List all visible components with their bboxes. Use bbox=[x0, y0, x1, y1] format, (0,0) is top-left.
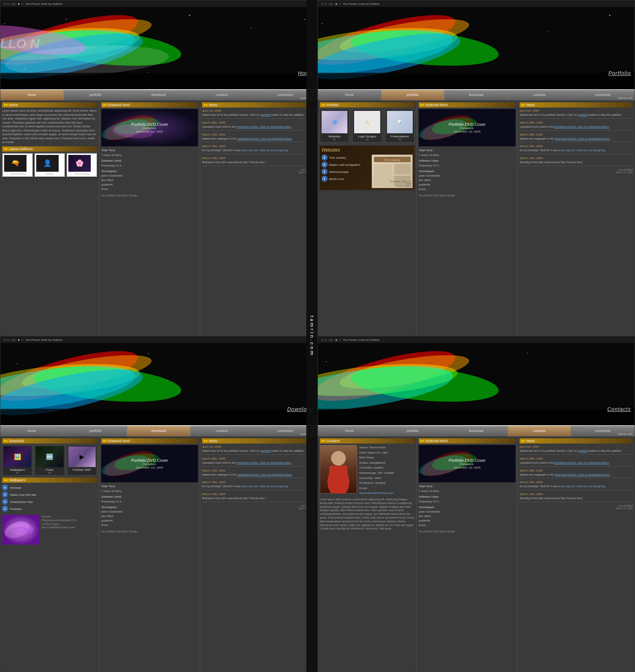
nav-portfolio-1[interactable]: portfolio bbox=[64, 89, 127, 100]
page-title-contacts: Contacts bbox=[607, 406, 631, 412]
thumb-img-3: 🌸 bbox=[68, 155, 91, 172]
sensual-preview[interactable] bbox=[2, 515, 40, 545]
section-home: Home bbox=[2, 102, 97, 108]
header-art-3: Download bbox=[0, 343, 317, 425]
website-item-4[interactable]: ● tamrin.com bbox=[322, 176, 369, 182]
portfolio-cat-pres[interactable]: 📊 Presentations 03 bbox=[385, 109, 415, 143]
news-item-1: April 1st, 2006 Added new art in the por… bbox=[202, 109, 315, 119]
nav-download-4[interactable]: download bbox=[444, 425, 508, 436]
contact-email[interactable]: tamrinkhan@hotmail.com bbox=[359, 491, 415, 496]
nav-home-1[interactable]: home bbox=[0, 89, 64, 100]
music-pause-2[interactable]: □ bbox=[339, 2, 341, 6]
header-art-2: Portfolio bbox=[318, 7, 635, 89]
portfolio-cat-logo[interactable]: 🏷️ Logo Designs 02 bbox=[352, 109, 382, 143]
news-p-link-1[interactable]: portfolio bbox=[578, 113, 588, 116]
music-stop-3[interactable]: ■ bbox=[18, 338, 20, 342]
portfolio-cat-websites[interactable]: 🌐 Websites 01 bbox=[320, 109, 349, 143]
panel-contacts: ◁ ▷ ▷▷ ■ □ The Flower Duet by Delibes Co… bbox=[318, 336, 635, 672]
nav-portfolio-2[interactable]: portfolio bbox=[381, 89, 445, 100]
music-stop-icon[interactable]: ■ bbox=[18, 2, 20, 6]
news-link-1[interactable]: portfolio bbox=[260, 113, 270, 116]
nav-bar-4: home portfolio download contacts comment… bbox=[318, 425, 635, 436]
music-play-3[interactable]: ▷ bbox=[7, 338, 10, 342]
techniques-portfolio: Total Time: 7 Hours 23 Mins Software Use… bbox=[419, 148, 515, 198]
dl-thumb-wallpapers[interactable]: 🖼️ Wallpapers 02 bbox=[2, 445, 32, 476]
music-title-2: The Flower Duet by Delibes bbox=[343, 2, 380, 6]
main-content-home: Home Lorem ipsum dolor sit amet, consect… bbox=[0, 100, 317, 336]
news-last-updated-1: Last updated April 1st, 2006 bbox=[202, 168, 315, 174]
news-c-link-1[interactable]: portfolio bbox=[578, 449, 588, 452]
website-bullet-4: ● bbox=[322, 176, 328, 182]
website-bullet-3: ● bbox=[322, 169, 328, 175]
news-d-link-1[interactable]: portfolio bbox=[260, 449, 270, 452]
nav-contacts-1[interactable]: contacts bbox=[190, 89, 254, 100]
wallpaper-item-2[interactable]: ● Make Love Not War bbox=[2, 492, 97, 498]
news-p-link-3[interactable]: download section. Click on download butt… bbox=[555, 137, 610, 140]
dvd-cover-contacts: Portfolio DVD Cover Published: November … bbox=[419, 445, 515, 482]
website-preview[interactable]: Tree Jewelry Photoshop, Flash 7.0,& html… bbox=[372, 155, 413, 188]
nav-portfolio-3[interactable]: portfolio bbox=[64, 425, 127, 436]
nav-home-2[interactable]: home bbox=[318, 89, 381, 100]
dl-thumb-fonts[interactable]: 🔤 Fonts 06 bbox=[34, 445, 65, 476]
nav-download-2[interactable]: download bbox=[444, 89, 508, 100]
news-c-link-3[interactable]: download section. Click on download butt… bbox=[555, 473, 610, 476]
nav-contacts-2[interactable]: contacts bbox=[508, 89, 572, 100]
cat-num-2: 02 bbox=[354, 138, 380, 141]
dl-thumb-swf[interactable]: ▶ Portfolio SWF bbox=[67, 445, 97, 476]
music-play-2[interactable]: ▷ bbox=[325, 2, 327, 6]
nav-download-3[interactable]: download bbox=[127, 425, 190, 436]
music-prev-3[interactable]: ◁ bbox=[3, 338, 6, 342]
music-next-3[interactable]: ▷▷ bbox=[12, 338, 16, 342]
music-prev-icon[interactable]: ◁ bbox=[3, 2, 6, 6]
music-next-4[interactable]: ▷▷ bbox=[329, 338, 334, 342]
wallpaper-item-1[interactable]: ● Sensual bbox=[2, 485, 97, 491]
section-featured-home: Featured Work bbox=[101, 102, 198, 108]
news-d-link-3[interactable]: download section. Click on download butt… bbox=[237, 473, 292, 476]
news-link-2[interactable]: download section. Click on download butt… bbox=[236, 125, 292, 128]
wallpaper-item-4[interactable]: ● Freedom bbox=[2, 506, 97, 512]
music-next-icon[interactable]: ▷▷ bbox=[12, 2, 16, 6]
news-c-2: March 28th, 2006 Uploaded more fonts in … bbox=[520, 457, 633, 467]
music-stop-4[interactable]: ■ bbox=[335, 338, 337, 342]
news-p-link-2[interactable]: download section. Click on download butt… bbox=[554, 125, 609, 128]
nav-contacts-4[interactable]: contacts bbox=[508, 425, 572, 436]
music-pause-icon[interactable]: □ bbox=[22, 2, 24, 6]
news-c-link-2[interactable]: download section. Click on download butt… bbox=[554, 461, 609, 464]
websites-header: Websites bbox=[322, 147, 413, 153]
music-pause-3[interactable]: □ bbox=[22, 338, 24, 342]
website-item-3[interactable]: ● Glamouresque bbox=[322, 169, 369, 175]
svg-rect-59 bbox=[0, 409, 317, 425]
svg-rect-77 bbox=[318, 409, 635, 425]
website-item-1[interactable]: ● Tree Jewelry bbox=[322, 155, 369, 161]
nav-home-4[interactable]: home bbox=[318, 425, 381, 436]
news-d-link-2[interactable]: download section. Click on download butt… bbox=[236, 461, 292, 464]
music-play-icon[interactable]: ▷ bbox=[7, 2, 10, 6]
music-pause-4[interactable]: □ bbox=[339, 338, 341, 342]
music-bar-1: ◁ ▷ ▷▷ ■ □ The Flower Duet by Delibes bbox=[0, 0, 317, 7]
nav-contacts-3[interactable]: contacts bbox=[190, 425, 254, 436]
news-link-3[interactable]: download section. Click on download butt… bbox=[237, 137, 292, 140]
svg-point-1 bbox=[4, 23, 5, 24]
thumb-item-3[interactable]: 🌸 floral creativity bbox=[66, 153, 97, 177]
dl-label-2: Fonts bbox=[36, 468, 63, 472]
nav-download-1[interactable]: download bbox=[127, 89, 190, 100]
music-stop-2[interactable]: ■ bbox=[335, 2, 337, 6]
cat-label-1: Websites bbox=[322, 135, 347, 138]
nav-home-3[interactable]: home bbox=[0, 425, 64, 436]
news-item-5: March 10th, 2006 Birthday of the site! L… bbox=[202, 156, 315, 166]
dl-thumb-img-1: 🖼️ bbox=[4, 447, 31, 467]
music-next-2[interactable]: ▷▷ bbox=[329, 2, 334, 6]
thumb-item-1[interactable]: 🔫 revolver sketch bbox=[2, 153, 33, 177]
nav-portfolio-4[interactable]: portfolio bbox=[381, 425, 445, 436]
right-col-download: News April 1st, 2006 Added new art in th… bbox=[200, 436, 317, 672]
music-prev-2[interactable]: ◁ bbox=[321, 2, 323, 6]
music-bar-4: ◁ ▷ ▷▷ ■ □ The Flower Duet by Delibes bbox=[318, 336, 635, 343]
news-d-3: March 25th, 2006 Added new wallpaper in … bbox=[202, 469, 315, 479]
music-prev-4[interactable]: ◁ bbox=[321, 338, 323, 342]
website-item-2[interactable]: ● Maple Leaf Immigration bbox=[322, 162, 369, 168]
wallpaper-name-1: Sensual bbox=[10, 486, 21, 489]
wallpaper-item-3[interactable]: ● Greenhouse Gas bbox=[2, 499, 97, 505]
thumb-item-2[interactable]: 👤 portrait bbox=[34, 153, 65, 177]
music-play-4[interactable]: ▷ bbox=[325, 338, 327, 342]
contact-name: Name: Tamrin Khan bbox=[359, 445, 415, 450]
